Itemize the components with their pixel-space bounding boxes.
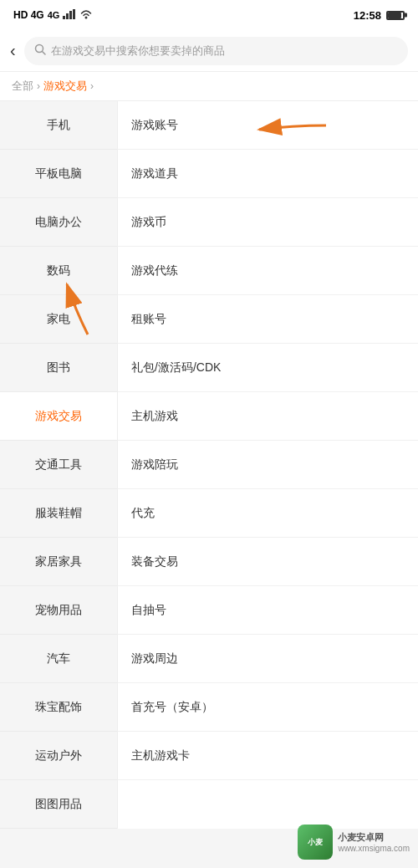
time-label: 12:58: [354, 9, 381, 22]
search-bar: ‹ 在游戏交易中搜索你想要卖掉的商品: [0, 30, 418, 72]
network-label: HD 4G: [13, 9, 44, 21]
search-input-area[interactable]: 在游戏交易中搜索你想要卖掉的商品: [24, 37, 408, 65]
signal-4g: 4G: [48, 10, 60, 20]
right-item-youxidaoju[interactable]: 游戏道具: [118, 150, 418, 198]
left-item-chongwuyongpin[interactable]: 宠物用品: [0, 586, 117, 635]
search-placeholder-text: 在游戏交易中搜索你想要卖掉的商品: [51, 43, 225, 59]
right-item-youxidailian[interactable]: 游戏代练: [118, 247, 418, 295]
watermark-name: 小麦安卓网: [338, 831, 410, 844]
right-item-shouchong[interactable]: 首充号（安卓）: [118, 683, 418, 732]
main-content: 手机 平板电脑 电脑办公 数码 家电 图书 游戏交易 交通工具 服装鞋帽 家居家…: [0, 101, 418, 829]
left-item-jiajujuju[interactable]: 家居家具: [0, 538, 117, 586]
status-right: 12:58: [354, 9, 405, 22]
breadcrumb: 全部 › 游戏交易 ›: [0, 72, 418, 101]
svg-rect-2: [69, 11, 72, 19]
left-item-pingbandian[interactable]: 平板电脑: [0, 150, 117, 198]
right-category-list: 游戏账号 游戏道具 游戏币 游戏代练 租账号 礼包/激活码/CDK 主机游戏 游…: [117, 101, 418, 829]
right-item-youxipeiy[interactable]: 游戏陪玩: [118, 441, 418, 489]
left-item-shuma[interactable]: 数码: [0, 247, 117, 295]
left-item-diannabangong[interactable]: 电脑办公: [0, 198, 117, 247]
status-left: HD 4G 4G: [13, 9, 93, 22]
breadcrumb-sep-1: ›: [37, 80, 40, 92]
left-item-qiche[interactable]: 汽车: [0, 635, 117, 683]
svg-line-6: [42, 52, 45, 55]
watermark: 小麦 小麦安卓网 www.xmsigma.com: [298, 825, 410, 860]
left-item-jiadian[interactable]: 家电: [0, 295, 117, 344]
right-item-youxizhanghao[interactable]: 游戏账号: [118, 101, 418, 150]
left-category-list: 手机 平板电脑 电脑办公 数码 家电 图书 游戏交易 交通工具 服装鞋帽 家居家…: [0, 101, 117, 829]
svg-rect-3: [73, 9, 75, 19]
right-item-zuzhanghu[interactable]: 租账号: [118, 295, 418, 344]
svg-rect-1: [66, 13, 69, 19]
watermark-domain: www.xmsigma.com: [338, 844, 410, 853]
right-item-zichou[interactable]: 自抽号: [118, 586, 418, 635]
svg-point-4: [85, 16, 88, 18]
battery-icon: [386, 11, 405, 20]
right-item-youxizhoubian[interactable]: 游戏周边: [118, 635, 418, 683]
left-item-jiaotongongju[interactable]: 交通工具: [0, 441, 117, 489]
back-button[interactable]: ‹: [10, 41, 16, 60]
watermark-logo-text: 小麦: [308, 837, 323, 848]
right-item-zhujiyouxi[interactable]: 主机游戏: [118, 392, 418, 441]
status-bar: HD 4G 4G 12:58: [0, 0, 418, 30]
wifi-icon: [79, 9, 93, 22]
left-item-youxijiaoy[interactable]: 游戏交易: [0, 392, 117, 441]
left-item-tutu[interactable]: 图图用品: [0, 780, 117, 829]
breadcrumb-sep-2: ›: [90, 80, 94, 92]
page-wrapper: HD 4G 4G 12:58: [0, 0, 418, 829]
right-item-libao[interactable]: 礼包/激活码/CDK: [118, 344, 418, 392]
right-item-youxibi[interactable]: 游戏币: [118, 198, 418, 247]
breadcrumb-quanbu[interactable]: 全部: [12, 79, 33, 94]
right-item-zhujiyouxika[interactable]: 主机游戏卡: [118, 732, 418, 780]
right-item-daichong[interactable]: 代充: [118, 489, 418, 538]
search-icon: [34, 43, 46, 58]
breadcrumb-youxijiaoy[interactable]: 游戏交易: [43, 79, 87, 94]
left-item-tushu[interactable]: 图书: [0, 344, 117, 392]
left-item-fuzhuangxiemao[interactable]: 服装鞋帽: [0, 489, 117, 538]
signal-bars: [63, 9, 76, 22]
left-item-shouji[interactable]: 手机: [0, 101, 117, 150]
svg-rect-0: [63, 16, 65, 19]
left-item-yundonghuwa[interactable]: 运动户外: [0, 732, 117, 780]
right-item-zhuangbei[interactable]: 装备交易: [118, 538, 418, 586]
left-item-zhubaopeidian[interactable]: 珠宝配饰: [0, 683, 117, 732]
